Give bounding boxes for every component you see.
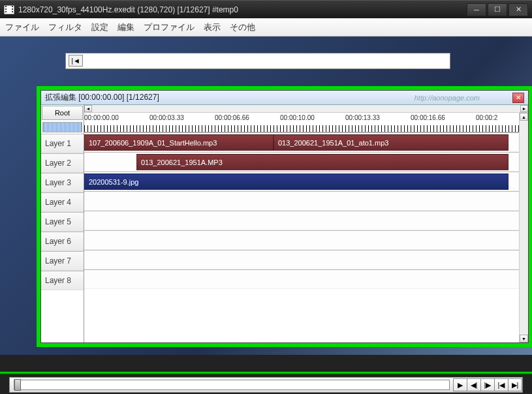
- watermark-text: http://aonopage.com: [415, 94, 480, 102]
- preview-frame: [65, 53, 450, 69]
- layer-label-3[interactable]: Layer 3: [41, 173, 84, 192]
- maximize-button[interactable]: ☐: [488, 3, 507, 16]
- go-start-button[interactable]: |◀: [494, 378, 509, 391]
- ruler-tick-6: 00:00:2: [476, 114, 497, 121]
- timeline-close-button[interactable]: ✕: [512, 93, 524, 103]
- menu-view[interactable]: 表示: [204, 22, 221, 33]
- layer-label-6[interactable]: Layer 6: [41, 232, 84, 251]
- clip-audio-1[interactable]: 107_200606_1909A_01_StartHello.mp3: [84, 134, 274, 151]
- zoom-gauge[interactable]: [42, 122, 82, 132]
- clip-audio-3[interactable]: 013_200621_1951A.MP3: [136, 154, 509, 170]
- clip-audio-2[interactable]: 013_200621_1951A_01_ato1.mp3: [274, 134, 509, 151]
- scroll-right-icon[interactable]: ►: [520, 105, 528, 112]
- timeline-left-panel: Root Layer 1 Layer 2 Layer 3 Layer 4 Lay…: [41, 105, 84, 342]
- ruler-tick-3: 00:00:10.00: [280, 114, 315, 121]
- scroll-up-icon[interactable]: ▲: [520, 113, 528, 121]
- step-forward-button[interactable]: |▶: [480, 378, 495, 391]
- ruler-tick-4: 00:00:13.33: [345, 114, 380, 121]
- vertical-scrollbar[interactable]: ▲ ▼: [519, 113, 528, 342]
- layer-label-1[interactable]: Layer 1: [41, 134, 84, 153]
- root-button[interactable]: Root: [42, 106, 83, 120]
- menu-edit[interactable]: 編集: [117, 22, 134, 33]
- app-window: 1280x720_30fps_44100Hz.exedit (1280,720)…: [0, 0, 532, 394]
- close-button[interactable]: ✕: [509, 3, 528, 16]
- menu-settings[interactable]: 設定: [91, 22, 108, 33]
- playback-controls: ▶ ◀| |▶ |◀ ▶|: [9, 377, 523, 393]
- ruler-tick-5: 00:00:16.66: [411, 114, 445, 121]
- menu-profile[interactable]: プロファイル: [144, 22, 195, 33]
- seekbar-thumb[interactable]: [14, 379, 21, 391]
- ruler-tick-2: 00:00:06.66: [215, 114, 249, 121]
- track-7[interactable]: [84, 250, 528, 269]
- window-buttons: ─ ☐ ✕: [467, 3, 528, 16]
- time-ruler[interactable]: 00:00:00.00 00:00:03.33 00:00:06.66 00:0…: [84, 113, 528, 132]
- svg-rect-6: [12, 11, 13, 12]
- menubar: ファイル フィルタ 設定 編集 プロファイル 表示 その他: [0, 18, 532, 37]
- highlight-frame: 拡張編集 [00:00:00.00] [1/12627] http://aono…: [37, 86, 532, 347]
- ruler-ticks: [84, 125, 528, 132]
- track-8[interactable]: [84, 269, 528, 289]
- window-title: 1280x720_30fps_44100Hz.exedit (1280,720)…: [18, 5, 467, 14]
- layer-label-2[interactable]: Layer 2: [41, 153, 84, 173]
- timeline-tracks-area: ◄ ► 00:00:00.00 00:00:03.33 00:00:06.66 …: [84, 105, 528, 342]
- seekbar[interactable]: [14, 380, 450, 390]
- ruler-tick-1: 00:00:03.33: [149, 114, 184, 121]
- scroll-left-icon[interactable]: ◄: [84, 105, 92, 112]
- titlebar[interactable]: 1280x720_30fps_44100Hz.exedit (1280,720)…: [0, 0, 532, 18]
- menu-filter[interactable]: フィルタ: [48, 22, 82, 33]
- track-2[interactable]: 013_200621_1951A.MP3: [84, 152, 528, 172]
- layer-label-7[interactable]: Layer 7: [41, 251, 84, 271]
- track-1[interactable]: 107_200606_1909A_01_StartHello.mp3 013_2…: [84, 132, 528, 152]
- track-5[interactable]: [84, 211, 528, 230]
- svg-rect-4: [12, 6, 13, 7]
- timeline-body: Root Layer 1 Layer 2 Layer 3 Layer 4 Lay…: [41, 105, 528, 342]
- content-area: |◄ 拡張編集 [00:00:00.00] [1/12627] http://a…: [0, 37, 532, 355]
- clip-image-1[interactable]: 20200531-9.jpg: [84, 174, 509, 190]
- layer-label-8[interactable]: Layer 8: [41, 271, 84, 290]
- rewind-to-start-button[interactable]: |◄: [69, 55, 83, 67]
- layer-label-5[interactable]: Layer 5: [41, 212, 84, 232]
- seek-track-line: [0, 372, 532, 374]
- ruler-tick-0: 00:00:00.00: [84, 114, 119, 121]
- horizontal-scrollbar[interactable]: ◄ ►: [84, 105, 528, 113]
- track-3[interactable]: 20200531-9.jpg: [84, 172, 528, 191]
- bottom-bar: ▶ ◀| |▶ |◀ ▶|: [0, 355, 532, 394]
- timeline-window: 拡張編集 [00:00:00.00] [1/12627] http://aono…: [40, 90, 529, 343]
- scroll-down-icon[interactable]: ▼: [520, 335, 528, 342]
- timeline-titlebar[interactable]: 拡張編集 [00:00:00.00] [1/12627] http://aono…: [41, 91, 528, 105]
- minimize-button[interactable]: ─: [467, 3, 486, 16]
- step-back-button[interactable]: ◀|: [467, 378, 481, 391]
- track-6[interactable]: [84, 230, 528, 250]
- menu-file[interactable]: ファイル: [5, 22, 39, 33]
- film-icon: [4, 5, 14, 14]
- track-4[interactable]: [84, 191, 528, 211]
- layer-label-4[interactable]: Layer 4: [41, 192, 84, 212]
- svg-rect-2: [5, 8, 7, 10]
- svg-rect-1: [5, 6, 7, 7]
- timeline-title: 拡張編集 [00:00:00.00] [1/12627]: [45, 92, 415, 103]
- go-end-button[interactable]: ▶|: [508, 378, 522, 391]
- play-button[interactable]: ▶: [453, 378, 467, 391]
- svg-rect-5: [12, 8, 13, 10]
- menu-other[interactable]: その他: [230, 22, 255, 33]
- svg-rect-3: [5, 11, 7, 12]
